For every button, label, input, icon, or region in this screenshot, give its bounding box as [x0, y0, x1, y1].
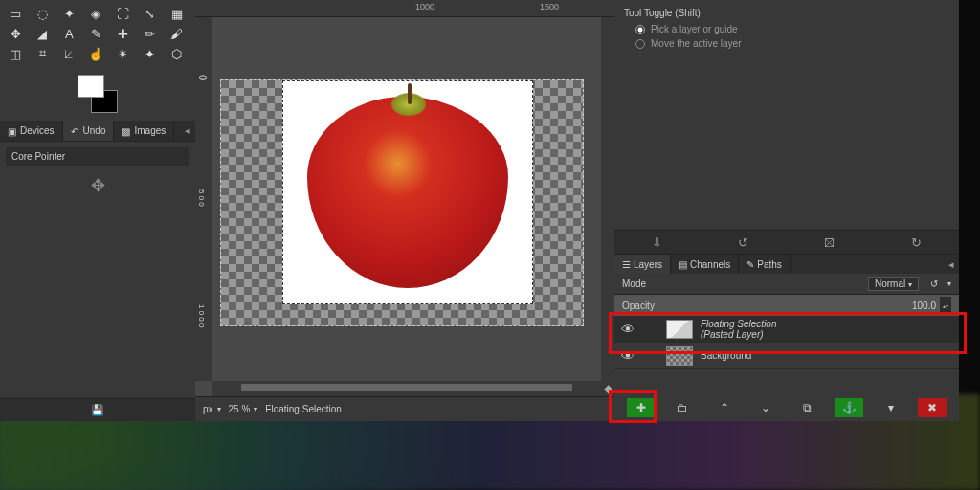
tool-airbrush[interactable]: ⟀ — [57, 44, 80, 63]
opacity-label: Opacity — [622, 301, 655, 311]
anchor-layer-button[interactable]: ⚓ — [835, 398, 863, 417]
visibility-toggle[interactable]: 👁 — [618, 322, 637, 337]
mode-select[interactable]: Normal ▾ — [868, 277, 919, 291]
tool-fuzzy[interactable]: ✦ — [57, 4, 80, 23]
delete-options-icon[interactable]: ⛝ — [823, 235, 835, 250]
delete-layer-button[interactable]: ✖ — [918, 398, 947, 417]
mode-reset-icon[interactable]: ↺ — [930, 278, 938, 289]
channels-icon: ▤ — [679, 259, 687, 270]
tool-warp[interactable]: ✥ — [4, 24, 27, 43]
tool-text[interactable]: A — [57, 24, 80, 43]
tab-paths[interactable]: ✎Paths — [739, 255, 791, 274]
tool-misc3[interactable]: ✦ — [139, 44, 162, 63]
tool-brush[interactable]: 🖌 — [166, 24, 189, 43]
panel-menu-icon[interactable]: ◂ — [944, 255, 959, 274]
apple-image — [307, 97, 508, 288]
unit-select[interactable]: px — [203, 404, 213, 414]
layer-name-label: Background — [701, 350, 751, 361]
statusbar: px▾ 25 %▾ Floating Selection — [195, 396, 614, 421]
ruler-horizontal: 1000 1500 — [195, 0, 614, 17]
save-options-icon[interactable]: ⇩ — [652, 235, 662, 250]
opacity-spinner[interactable]: ▴▾ — [940, 297, 951, 314]
tool-crop[interactable]: ⛶ — [112, 4, 135, 23]
tool-pencil[interactable]: ✏ — [139, 24, 162, 43]
tab-layers[interactable]: ☰Layers — [614, 255, 671, 274]
new-layer-button[interactable]: ✚ — [627, 398, 656, 417]
raise-layer-button[interactable]: ⌃ — [710, 398, 739, 417]
pasted-selection[interactable] — [282, 80, 533, 304]
layer-buttons: ✚ 🗀 ⌃ ⌄ ⧉ ⚓ ▾ ✖ — [614, 394, 959, 421]
ruler-vertical: 0 5 0 0 1 0 0 0 — [195, 17, 212, 381]
merge-down-button[interactable]: ▾ — [877, 398, 905, 417]
opacity-value[interactable]: 100.0 — [912, 301, 936, 311]
toolbox: ▭ ◌ ✦ ◈ ⛶ ⤡ ▦ ✥ ◢ A ✎ ✚ ✏ 🖌 ◫ ⌗ ⟀ ☝ ✴ ✦ … — [0, 0, 195, 67]
nav-icon[interactable]: ◆ — [601, 381, 614, 396]
chevron-down-icon[interactable]: ▾ — [947, 279, 951, 288]
devices-icon: ▣ — [8, 126, 17, 136]
layers-panel: ☰Layers ▤Channels ✎Paths ◂ Mode Normal ▾… — [614, 255, 959, 421]
tab-channels[interactable]: ▤Channels — [671, 255, 739, 274]
fg-color[interactable] — [78, 75, 104, 98]
paths-icon: ✎ — [746, 259, 754, 270]
canvas-viewport[interactable] — [212, 17, 614, 381]
layer-floating-selection[interactable]: 👁 Floating Selection (Pasted Layer) — [614, 316, 959, 343]
move-cursor-icon: ✥ — [91, 175, 105, 196]
tool-heal[interactable]: ✚ — [112, 24, 135, 43]
tab-images[interactable]: ▩Images — [114, 121, 174, 141]
canvas-area: 1000 1500 0 5 0 0 1 0 0 0 — [195, 0, 614, 421]
radio-pick-layer[interactable]: Pick a layer or guide — [624, 22, 949, 36]
status-text: Floating Selection — [265, 404, 342, 414]
chevron-down-icon: ▾ — [254, 405, 257, 413]
gimp-window: ▭ ◌ ✦ ◈ ⛶ ⤡ ▦ ✥ ◢ A ✎ ✚ ✏ 🖌 ◫ ⌗ ⟀ ☝ ✴ ✦ … — [0, 0, 959, 421]
tool-unified[interactable]: ⤡ — [139, 4, 162, 23]
lower-layer-button[interactable]: ⌄ — [751, 398, 780, 417]
tool-rect-select[interactable]: ▭ — [4, 4, 27, 23]
duplicate-layer-button[interactable]: ⧉ — [793, 398, 822, 417]
tab-devices[interactable]: ▣Devices — [0, 121, 63, 141]
fg-bg-swatch[interactable] — [74, 75, 122, 113]
tool-erase[interactable]: ◫ — [4, 44, 27, 63]
layer-background[interactable]: 👁 Background — [614, 343, 959, 369]
save-pointer-icon[interactable]: 💾 — [91, 404, 104, 416]
core-pointer-label: Core Pointer — [6, 147, 189, 166]
mode-label: Mode — [622, 278, 646, 289]
left-panel: ▭ ◌ ✦ ◈ ⛶ ⤡ ▦ ✥ ◢ A ✎ ✚ ✏ 🖌 ◫ ⌗ ⟀ ☝ ✴ ✦ … — [0, 0, 195, 421]
tab-menu-icon[interactable]: ◂ — [180, 121, 195, 141]
zoom-select[interactable]: 25 % — [229, 404, 251, 414]
right-panel: Tool Toggle (Shift) Pick a layer or guid… — [614, 0, 959, 421]
tool-options: Tool Toggle (Shift) Pick a layer or guid… — [614, 0, 959, 230]
layer-thumbnail — [666, 320, 693, 339]
scrollbar-horizontal[interactable] — [212, 381, 601, 396]
tool-clone[interactable]: ⌗ — [31, 44, 54, 63]
tool-toggle-label: Tool Toggle (Shift) — [624, 8, 949, 18]
tool-options-buttons: ⇩ ↺ ⛝ ↻ — [614, 230, 959, 255]
canvas-checker — [220, 79, 584, 326]
tool-bycolor[interactable]: ◈ — [84, 4, 107, 23]
scrollbar-vertical[interactable] — [601, 17, 614, 381]
tool-freeselect[interactable]: ◌ — [31, 4, 54, 23]
layer-name-label: Floating Selection (Pasted Layer) — [701, 319, 777, 340]
undo-icon: ↶ — [71, 126, 80, 136]
tool-misc4[interactable]: ⬡ — [166, 44, 189, 63]
tool-misc1[interactable]: ▦ — [166, 4, 189, 23]
reset-options-icon[interactable]: ↻ — [911, 235, 922, 250]
restore-options-icon[interactable]: ↺ — [738, 235, 748, 250]
tool-path[interactable]: ✎ — [84, 24, 107, 43]
tool-smudge[interactable]: ☝ — [84, 44, 107, 63]
tab-undo[interactable]: ↶Undo — [63, 121, 115, 141]
layer-list: 👁 Floating Selection (Pasted Layer) 👁 Ba… — [614, 316, 959, 394]
images-icon: ▩ — [122, 126, 131, 136]
tool-bucket[interactable]: ◢ — [31, 24, 54, 43]
layer-thumbnail — [666, 346, 693, 366]
layers-icon: ☰ — [622, 259, 631, 270]
tool-misc2[interactable]: ✴ — [112, 44, 135, 63]
chevron-down-icon: ▾ — [217, 405, 221, 413]
radio-move-active[interactable]: Move the active layer — [624, 36, 949, 51]
new-group-button[interactable]: 🗀 — [668, 398, 697, 417]
visibility-toggle[interactable]: 👁 — [618, 348, 637, 364]
